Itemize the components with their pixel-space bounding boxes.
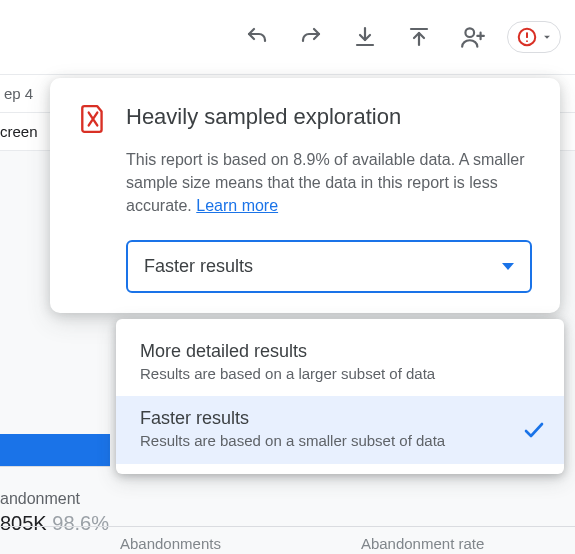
person-add-icon (460, 24, 486, 50)
option-faster-results[interactable]: Faster results Results are based on a sm… (116, 396, 564, 463)
caret-down-icon (502, 263, 514, 270)
sampling-dropdown: More detailed results Results are based … (116, 319, 564, 474)
undo-icon (245, 25, 269, 49)
download-button[interactable] (345, 17, 385, 57)
popup-body-prefix: This report is based on (126, 151, 293, 168)
upload-button[interactable] (399, 17, 439, 57)
undo-button[interactable] (237, 17, 277, 57)
option-title: Faster results (140, 408, 514, 429)
share-button[interactable] (453, 17, 493, 57)
sampling-alert-button[interactable] (507, 21, 561, 53)
upload-icon (407, 25, 431, 49)
alert-circle-icon (516, 26, 538, 48)
bg-underline (0, 466, 110, 467)
redo-icon (299, 25, 323, 49)
option-sub: Results are based on a smaller subset of… (140, 431, 514, 451)
download-icon (353, 25, 377, 49)
option-sub: Results are based on a larger subset of … (140, 364, 514, 384)
popup-title: Heavily sampled exploration (126, 104, 401, 130)
option-title: More detailed results (140, 341, 514, 362)
toolbar (0, 0, 575, 74)
check-icon (522, 418, 546, 442)
svg-point-3 (526, 40, 528, 42)
bg-metric-label: andonment (0, 490, 109, 508)
select-value: Faster results (144, 256, 253, 277)
popup-body-pct: 8.9% (293, 151, 329, 168)
option-more-detailed[interactable]: More detailed results Results are based … (116, 329, 564, 396)
bg-bar (0, 434, 110, 466)
sampling-select[interactable]: Faster results (126, 240, 532, 293)
popup-body: This report is based on 8.9% of availabl… (126, 148, 532, 218)
svg-point-0 (465, 28, 474, 37)
bg-col1: Abandonments (120, 535, 221, 552)
sample-warning-icon (80, 104, 106, 134)
bg-bottom-cols: Abandonments Abandonment rate (0, 526, 575, 554)
learn-more-link[interactable]: Learn more (196, 197, 278, 214)
caret-down-icon (540, 30, 554, 44)
sampling-popup: Heavily sampled exploration This report … (50, 78, 560, 313)
redo-button[interactable] (291, 17, 331, 57)
bg-col2: Abandonment rate (361, 535, 484, 552)
